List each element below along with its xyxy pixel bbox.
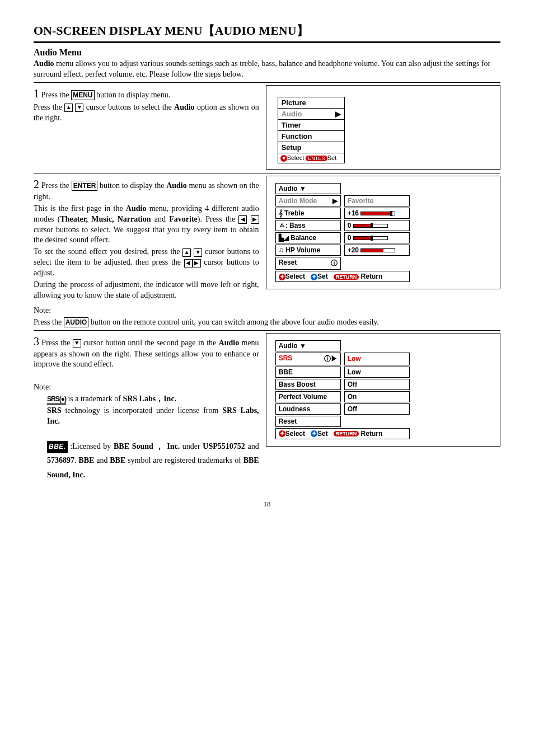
- right-triangle-icon: ▶: [335, 110, 341, 118]
- osd-menu-3: Audio ▼ SRS ⓘ▶Low BBELow Bass BoostOff P…: [266, 333, 500, 447]
- up-arrow-icon: ▲: [182, 248, 191, 257]
- divider: [34, 41, 500, 43]
- step1-text: 1 Press the MENU button to display menu.…: [34, 85, 266, 125]
- row-perfect-volume: Perfect Volume: [275, 391, 341, 402]
- val-bbe: Low: [344, 367, 410, 378]
- bbe-logo-icon: BBE.: [47, 441, 68, 453]
- row-reset: Reset: [275, 416, 341, 427]
- nav-circle-icon: ✦: [279, 430, 285, 437]
- val-balance: 0: [344, 232, 410, 243]
- row-balance: ▙◢ Balance: [275, 232, 341, 243]
- reset-icon: ⓘ: [331, 259, 338, 268]
- nav-circle-icon: ✦: [279, 274, 285, 280]
- val-srs: Low: [344, 353, 410, 365]
- down-triangle-icon: ▼: [299, 342, 306, 350]
- val-hp-volume: +20: [344, 245, 410, 256]
- step2-text: 2 Press the ENTER button to display the …: [34, 176, 266, 302]
- step-number-3: 3: [34, 335, 39, 348]
- ear-icon: 𑗘:: [279, 222, 288, 229]
- audio-header: Audio ▼: [275, 183, 341, 194]
- return-pill: RETURN: [334, 274, 359, 280]
- note-label: Note:: [34, 306, 500, 316]
- menu-item-setup: Setup: [278, 142, 345, 153]
- enter-button-label: ENTER: [72, 181, 98, 191]
- srs-license-note: SRS technology is incorporated under lic…: [34, 406, 259, 427]
- right-triangle-icon: ▶: [332, 197, 338, 205]
- divider: [34, 82, 500, 83]
- title-prefix: ON-SCREEN DISPLAY MENU: [34, 24, 203, 37]
- osd-menu-1: Picture Audio▶ Timer Function Setup ✦Sel…: [266, 85, 500, 170]
- intro-text: Audio menu allows you to adjust various …: [34, 59, 500, 80]
- return-pill: RETURN: [334, 431, 359, 436]
- step-number-2: 2: [34, 178, 39, 190]
- right-arrow-icon: ▶: [251, 215, 259, 224]
- menu-footer: ✦Select ENTERSet: [278, 153, 345, 163]
- menu-button-label: MENU: [71, 90, 94, 100]
- nav-circle-icon: ✦: [280, 155, 287, 162]
- audio-header: Audio ▼: [275, 340, 341, 351]
- menu-item-timer: Timer: [278, 119, 345, 131]
- down-triangle-icon: ▼: [299, 185, 306, 192]
- val-bass-boost: Off: [344, 379, 410, 390]
- menu-footer: ✦Select ✦Set RETURN Return: [275, 428, 410, 439]
- menu-item-picture: Picture: [278, 97, 345, 109]
- row-loudness: Loudness: [275, 403, 341, 415]
- note-audio-button: Press the AUDIO button on the remote con…: [34, 317, 500, 328]
- srs-trademark-note: SRS(●) is a trademark of SRS Labs，Inc.: [34, 394, 259, 405]
- set-circle-icon: ✦: [311, 430, 317, 437]
- audio-button-label: AUDIO: [64, 317, 89, 327]
- section-heading: Audio Menu: [34, 48, 500, 58]
- row-treble: 𝄞 Treble: [275, 208, 341, 219]
- down-arrow-icon: ▼: [194, 248, 202, 257]
- bbe-trademark-note: BBE. :Licensed by BBE Sound ， Inc. under…: [34, 439, 259, 482]
- osd-menu-2: Audio ▼ Audio Mode ▶Favorite 𝄞 Treble+16…: [266, 176, 500, 289]
- row-bbe: BBE: [275, 367, 341, 378]
- set-circle-icon: ✦: [311, 274, 317, 280]
- divider: [34, 173, 500, 173]
- right-triangle-icon: ⓘ▶: [324, 354, 338, 364]
- val-treble: +16: [344, 208, 410, 219]
- balance-icon: ▙◢: [279, 234, 289, 242]
- note-label-2: Note:: [34, 382, 259, 393]
- right-arrow-icon: ▶: [193, 259, 201, 267]
- page-number: 18: [34, 500, 500, 509]
- down-arrow-icon: ▼: [75, 104, 83, 112]
- srs-logo-icon: SRS(●): [47, 395, 66, 405]
- row-audio-mode: Audio Mode ▶: [275, 195, 341, 206]
- step3-text: 3 Press the ▼ cursor button until the se…: [34, 333, 266, 483]
- step-number-1: 1: [34, 87, 39, 100]
- menu-item-function: Function: [278, 130, 345, 142]
- row-hp-volume: ♫ HP Volume: [275, 245, 341, 256]
- note-icon: 𝄞: [279, 209, 283, 217]
- row-reset: Reset ⓘ: [275, 257, 341, 270]
- left-arrow-icon: ◀: [184, 259, 193, 267]
- page-title: ON-SCREEN DISPLAY MENU【AUDIO MENU】: [34, 22, 500, 39]
- val-bass: 0: [344, 220, 410, 231]
- left-arrow-icon: ◀: [238, 215, 247, 224]
- down-arrow-icon: ▼: [73, 339, 81, 348]
- row-bass-boost: Bass Boost: [275, 379, 341, 390]
- menu-item-audio: Audio▶: [278, 108, 345, 120]
- val-loudness: Off: [344, 403, 410, 415]
- enter-pill: ENTER: [306, 156, 327, 161]
- divider: [34, 330, 500, 331]
- intro-bold: Audio: [34, 59, 54, 68]
- up-arrow-icon: ▲: [64, 104, 73, 112]
- headphone-icon: ♫: [279, 246, 284, 254]
- row-bass: 𑗘: Bass: [275, 220, 341, 231]
- row-srs: SRS ⓘ▶: [275, 353, 341, 365]
- title-bracket: 【AUDIO MENU】: [203, 24, 309, 37]
- menu-footer: ✦Select ✦Set RETURN Return: [275, 271, 410, 282]
- val-perfect-volume: On: [344, 391, 410, 402]
- val-favorite: Favorite: [344, 195, 410, 206]
